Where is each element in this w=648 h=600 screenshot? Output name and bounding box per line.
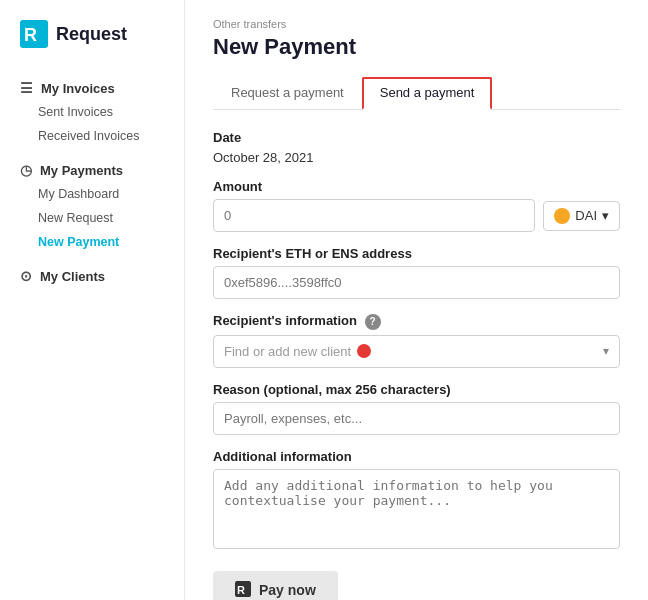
- sidebar-section-label: My Clients: [40, 269, 105, 284]
- recipient-info-label-text: Recipient's information: [213, 313, 357, 328]
- logo-area: R Request: [0, 20, 184, 72]
- sidebar-item-new-request[interactable]: New Request: [0, 206, 184, 230]
- error-dot-icon: [357, 344, 371, 358]
- amount-row: DAI ▾: [213, 199, 620, 232]
- tab-bar: Request a payment Send a payment: [213, 76, 620, 110]
- clock-icon: ◷: [20, 162, 32, 178]
- currency-label: DAI: [575, 208, 597, 223]
- tab-send-payment[interactable]: Send a payment: [362, 77, 493, 110]
- nav-section-payments: ◷ My Payments My Dashboard New Request N…: [0, 154, 184, 254]
- recipient-eth-input[interactable]: [213, 266, 620, 299]
- sidebar-section-label: My Invoices: [41, 81, 115, 96]
- page-title: New Payment: [213, 34, 620, 60]
- date-value: October 28, 2021: [213, 150, 620, 165]
- amount-input[interactable]: [213, 199, 535, 232]
- reason-input[interactable]: [213, 402, 620, 435]
- chevron-down-icon: ▾: [603, 344, 609, 358]
- pay-now-button[interactable]: R Pay now: [213, 571, 338, 601]
- sidebar-item-my-invoices[interactable]: ☰ My Invoices: [0, 72, 184, 100]
- amount-label: Amount: [213, 179, 620, 194]
- recipient-info-label: Recipient's information ?: [213, 313, 620, 330]
- sidebar-section-label: My Payments: [40, 163, 123, 178]
- additional-label: Additional information: [213, 449, 620, 464]
- recipient-placeholder: Find or add new client: [224, 344, 351, 359]
- amount-input-wrapper: [213, 199, 535, 232]
- recipient-info-select[interactable]: Find or add new client ▾: [213, 335, 620, 368]
- sidebar-item-new-payment[interactable]: New Payment: [0, 230, 184, 254]
- chevron-down-icon: ▾: [602, 208, 609, 223]
- recipient-left: Find or add new client: [224, 344, 371, 359]
- main-content: Other transfers New Payment Request a pa…: [185, 0, 648, 600]
- nav-section-invoices: ☰ My Invoices Sent Invoices Received Inv…: [0, 72, 184, 148]
- dai-icon: [554, 208, 570, 224]
- currency-selector[interactable]: DAI ▾: [543, 201, 620, 231]
- tab-request-payment[interactable]: Request a payment: [213, 77, 362, 110]
- svg-text:R: R: [24, 25, 37, 45]
- help-icon[interactable]: ?: [365, 314, 381, 330]
- pay-button-label: Pay now: [259, 582, 316, 598]
- recipient-eth-label: Recipient's ETH or ENS address: [213, 246, 620, 261]
- sidebar-item-my-payments[interactable]: ◷ My Payments: [0, 154, 184, 182]
- sidebar-item-my-dashboard[interactable]: My Dashboard: [0, 182, 184, 206]
- sidebar-item-received-invoices[interactable]: Received Invoices: [0, 124, 184, 148]
- additional-info-textarea[interactable]: [213, 469, 620, 549]
- person-icon: ⊙: [20, 268, 32, 284]
- logo-text: Request: [56, 24, 127, 45]
- sidebar-item-my-clients[interactable]: ⊙ My Clients: [0, 260, 184, 288]
- reason-label: Reason (optional, max 256 characters): [213, 382, 620, 397]
- nav-section-clients: ⊙ My Clients: [0, 260, 184, 288]
- r-icon: R: [235, 581, 251, 600]
- document-icon: ☰: [20, 80, 33, 96]
- breadcrumb: Other transfers: [213, 18, 620, 30]
- logo-icon: R: [20, 20, 48, 48]
- svg-text:R: R: [237, 584, 245, 596]
- sidebar-item-sent-invoices[interactable]: Sent Invoices: [0, 100, 184, 124]
- sidebar: R Request ☰ My Invoices Sent Invoices Re…: [0, 0, 185, 600]
- date-label: Date: [213, 130, 620, 145]
